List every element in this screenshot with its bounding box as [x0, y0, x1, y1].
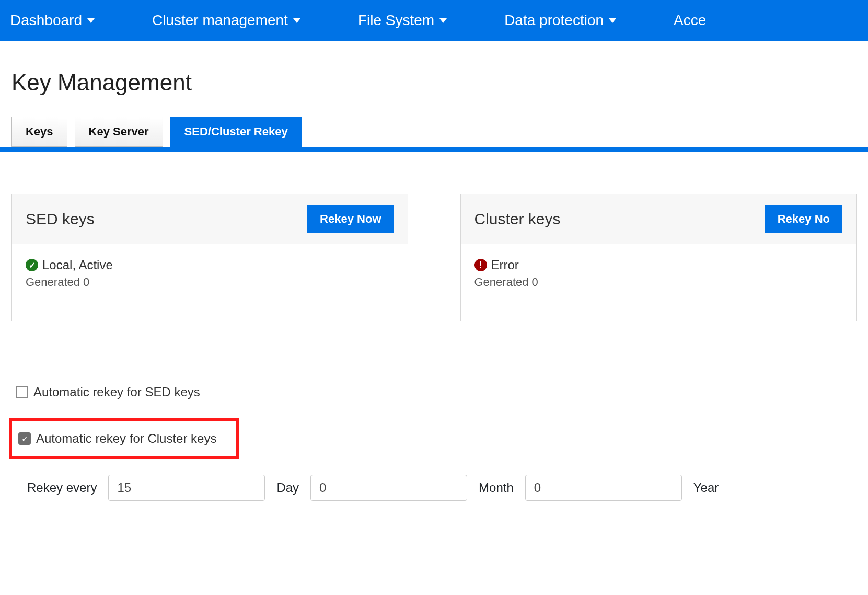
sed-card-body: ✓ Local, Active Generated 0: [12, 244, 408, 321]
caret-down-icon: [87, 18, 95, 23]
sed-card-header: SED keys Rekey Now: [12, 194, 408, 244]
nav-file-system[interactable]: File System: [358, 12, 447, 29]
cluster-card-body: ! Error Generated 0: [461, 244, 857, 321]
cluster-rekey-now-button[interactable]: Rekey No: [765, 205, 842, 233]
auto-rekey-sed-label: Automatic rekey for SED keys: [33, 385, 200, 399]
caret-down-icon: [439, 18, 447, 23]
rekey-schedule-row: Rekey every Day Month Year: [27, 475, 857, 501]
sed-status-line: ✓ Local, Active: [26, 258, 394, 272]
page-content: Key Management Keys Key Server SED/Clust…: [0, 41, 868, 532]
auto-rekey-sed-checkbox[interactable]: [16, 386, 28, 398]
auto-rekey-cluster-row: ✓ Automatic rekey for Cluster keys: [14, 428, 221, 449]
sed-generated-label: Generated: [26, 276, 80, 289]
cluster-status-line: ! Error: [474, 258, 843, 272]
page-title: Key Management: [11, 70, 857, 96]
caret-down-icon: [293, 18, 300, 23]
tab-keys[interactable]: Keys: [11, 117, 67, 147]
cluster-status-text: Error: [491, 258, 519, 272]
rekey-day-input[interactable]: [108, 475, 265, 501]
section-divider: [11, 358, 857, 358]
nav-access[interactable]: Acce: [674, 12, 706, 29]
tab-sed-cluster-rekey[interactable]: SED/Cluster Rekey: [170, 117, 302, 147]
nav-cluster-management[interactable]: Cluster management: [152, 12, 300, 29]
highlight-annotation: ✓ Automatic rekey for Cluster keys: [9, 418, 239, 459]
cluster-card-header: Cluster keys Rekey No: [461, 194, 857, 244]
nav-data-protection-label: Data protection: [504, 12, 604, 29]
tab-underline: [0, 147, 868, 152]
rekey-year-label: Year: [693, 480, 719, 495]
cluster-card-title: Cluster keys: [474, 210, 561, 228]
sed-status-text: Local, Active: [42, 258, 113, 272]
rekey-day-label: Day: [276, 480, 299, 495]
error-circle-icon: !: [474, 259, 487, 271]
caret-down-icon: [609, 18, 616, 23]
cluster-generated-count: 0: [532, 276, 538, 289]
tabs: Keys Key Server SED/Cluster Rekey: [11, 117, 857, 147]
nav-file-system-label: File System: [358, 12, 434, 29]
cluster-generated-label: Generated: [474, 276, 529, 289]
nav-data-protection[interactable]: Data protection: [504, 12, 616, 29]
nav-cluster-label: Cluster management: [152, 12, 288, 29]
rekey-month-label: Month: [479, 480, 514, 495]
cluster-keys-card: Cluster keys Rekey No ! Error Generated …: [460, 194, 857, 321]
sed-rekey-now-button[interactable]: Rekey Now: [307, 205, 394, 233]
sed-generated-count: 0: [83, 276, 89, 289]
sed-generated-line: Generated 0: [26, 276, 394, 289]
auto-rekey-cluster-checkbox[interactable]: ✓: [18, 432, 31, 445]
nav-dashboard[interactable]: Dashboard: [10, 12, 95, 29]
sed-keys-card: SED keys Rekey Now ✓ Local, Active Gener…: [11, 194, 408, 321]
auto-rekey-sed-row: Automatic rekey for SED keys: [11, 382, 857, 403]
nav-access-label: Acce: [674, 12, 706, 29]
rekey-year-input[interactable]: [525, 475, 682, 501]
cluster-generated-line: Generated 0: [474, 276, 843, 289]
check-circle-icon: ✓: [26, 259, 38, 271]
rekey-every-label: Rekey every: [27, 480, 97, 495]
auto-rekey-cluster-label: Automatic rekey for Cluster keys: [36, 431, 216, 446]
sed-card-title: SED keys: [26, 210, 95, 228]
rekey-month-input[interactable]: [310, 475, 467, 501]
tab-key-server[interactable]: Key Server: [75, 117, 163, 147]
top-nav: Dashboard Cluster management File System…: [0, 0, 868, 41]
cards-row: SED keys Rekey Now ✓ Local, Active Gener…: [11, 194, 857, 321]
nav-dashboard-label: Dashboard: [10, 12, 82, 29]
